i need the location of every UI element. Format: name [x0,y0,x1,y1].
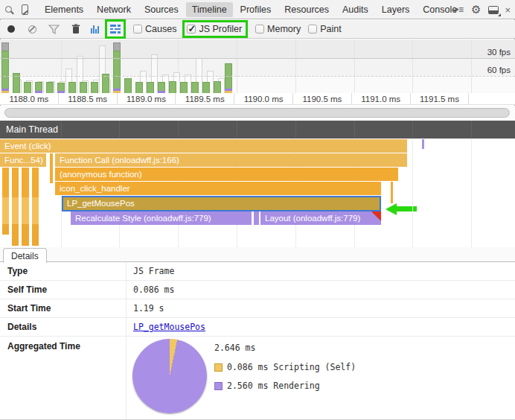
flame-stripe [22,168,29,246]
record-button-icon[interactable] [7,25,15,33]
fps-threshold-line [0,58,515,59]
tab-sources[interactable]: Sources [138,2,185,17]
pie-legend-item: 2.560 ms Rendering [214,381,356,391]
flame-bar-lp-getmousepos[interactable]: LP_getMousePos [62,196,381,211]
tab-strip: ElementsNetworkSourcesTimelineProfilesRe… [39,2,464,17]
details-row-start-time: Start Time1.19 s [0,299,515,318]
details-row-type: TypeJS Frame [0,262,515,281]
flame-bar-function-call-onloadwff-js-166[interactable]: Function Call (onloadwff.js:166) [55,153,407,167]
flame-bar-fragment[interactable] [254,211,259,225]
checkbox-label: JS Profiler [199,24,242,34]
frame-bar-cap [1,42,9,51]
frame-bar [46,82,54,93]
flame-bar-label: Function Call (onloadwff.js:166) [60,156,179,165]
ruler-tick-label: 1188.0 ms [0,93,59,104]
tab-profiles[interactable]: Profiles [234,2,278,17]
checkbox-label: Paint [320,24,342,34]
flame-bar-event-click[interactable]: Event (click) [0,139,407,153]
flame-bar-layout-onloadwff-js-779[interactable]: Layout (onloadwff.js:779) [260,211,381,225]
flame-bar-anonymous-function[interactable]: (anonymous function) [55,168,398,181]
overview-bars-icon[interactable] [91,25,99,34]
trash-icon[interactable] [71,24,80,34]
capture-checkboxes: CausesJS ProfilerMemoryPaint [126,20,342,38]
aggregated-time-row: Aggregated Time 2.646 ms 0.086 ms Script… [0,337,515,419]
thread-gridline [178,121,179,139]
details-row-value: LP_getMousePos [126,322,205,332]
ruler-tick-label: 1190.0 ms [234,93,293,104]
frame-bar [124,78,132,93]
thread-gridline [237,121,237,139]
details-pane: Details TypeJS FrameSelf Time0.086 msSta… [0,247,515,420]
overview-gridline [237,39,237,93]
checkbox-box[interactable] [133,25,142,34]
flame-stripe [32,168,39,246]
dock-side-icon[interactable] [488,6,499,14]
details-row-value: 0.086 ms [126,284,174,295]
frame-bar [91,82,98,93]
thread-gridline [61,121,62,139]
console-drawer-icon[interactable]: >≡ [453,4,464,15]
device-mode-icon[interactable] [16,1,33,18]
tab-layers[interactable]: Layers [376,2,416,17]
flame-chart[interactable]: Event (click)Func...54)Function Call (on… [0,139,515,247]
frame-bar [191,82,199,93]
flame-bar-label: Event (click) [4,141,51,150]
flame-bar-func-54[interactable]: Func...54) [0,153,46,167]
frame-bar [180,82,188,93]
main-thread-header[interactable]: Main Thread [0,121,515,139]
thread-gridline [295,121,296,139]
overview-gridline [412,39,413,93]
checkbox-box[interactable] [187,25,196,34]
details-row-label: Start Time [0,303,126,314]
pie-legend: 2.646 ms 0.086 ms Scripting (Self)2.560 … [214,343,356,399]
checkbox-paint[interactable]: Paint [308,24,342,34]
flame-stripe [391,182,393,203]
details-row-label: Self Time [0,284,126,295]
frame-bar [135,82,143,93]
close-icon[interactable]: × [505,4,511,16]
pie-legend-text: 0.086 ms Scripting (Self) [227,362,356,372]
details-rows: TypeJS FrameSelf Time0.086 msStart Time1… [0,262,515,337]
flame-bar-icon-click-handler[interactable]: icon_click_handler [55,182,381,195]
frame-bar [214,81,221,93]
details-function-link[interactable]: LP_getMousePos [133,322,205,332]
checkbox-label: Causes [145,24,176,34]
flame-chart-icon[interactable] [110,25,121,34]
flame-stripe [12,168,19,246]
checkbox-js-profiler[interactable]: JS Profiler [182,20,248,38]
pie-legend-swatch [214,363,223,372]
settings-gear-icon[interactable]: ⚙ [471,3,481,16]
details-tabbar: Details [0,247,515,262]
tab-elements[interactable]: Elements [39,2,89,17]
main-thread-label: Main Thread [6,124,58,135]
tab-network[interactable]: Network [91,2,137,17]
fps-threshold-label: 60 fps [487,66,511,74]
fps-threshold-line [0,76,515,77]
frame-bar [113,51,121,93]
details-row-label: Type [0,266,126,276]
flame-bar-recalculate-style-onloadwff-js-779[interactable]: Recalculate Style (onloadwff.js:779) [71,211,252,225]
thread-gridline [412,121,413,139]
details-row-label: Details [0,322,126,332]
overview-scroll-thumb[interactable] [4,108,510,118]
details-row-details: DetailsLP_getMousePos [0,318,515,337]
checkbox-causes[interactable]: Causes [133,24,176,34]
details-row-self-time: Self Time0.086 ms [0,281,515,299]
tab-details[interactable]: Details [3,248,47,263]
ruler-tick-label: 1191.5 ms [411,93,470,104]
clear-icon[interactable] [28,25,36,34]
flame-gridline [412,139,413,247]
ruler-tick-label: 1188.5 ms [59,93,118,104]
tab-timeline[interactable]: Timeline [186,2,233,17]
filter-icon[interactable] [48,25,60,34]
frame-bar [147,82,154,93]
checkbox-box[interactable] [308,25,317,34]
checkbox-box[interactable] [255,25,264,34]
long-task-warning-icon [371,211,381,221]
tab-audits[interactable]: Audits [336,2,374,17]
checkbox-memory[interactable]: Memory [255,24,301,34]
fps-overview[interactable]: 30 fps60 fps [0,39,515,93]
tab-resources[interactable]: Resources [278,2,335,17]
search-icon[interactable] [0,1,16,18]
thread-gridline [471,121,472,139]
